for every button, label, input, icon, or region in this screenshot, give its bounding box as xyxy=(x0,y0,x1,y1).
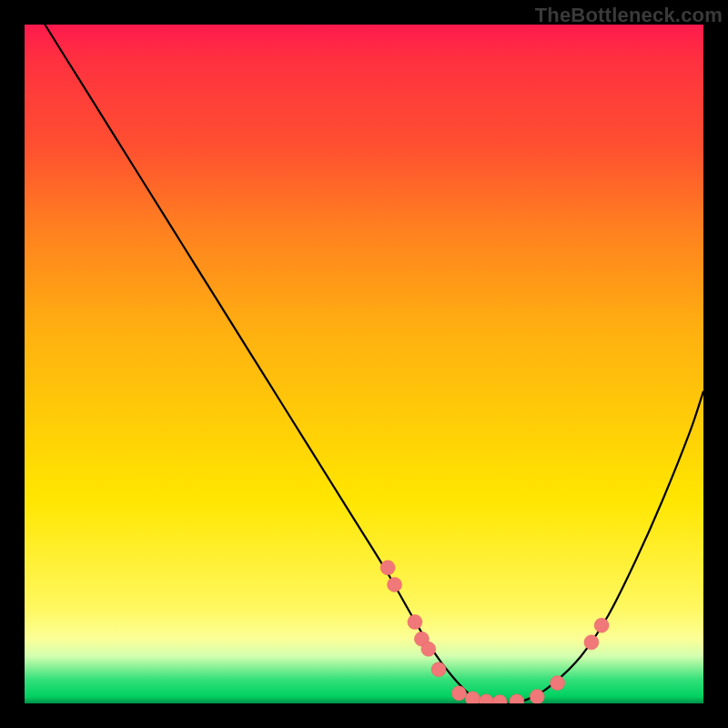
plot-area xyxy=(25,25,703,703)
chart-svg xyxy=(25,25,703,703)
data-points xyxy=(380,561,609,703)
chart-frame: TheBottleneck.com xyxy=(0,0,728,728)
data-point xyxy=(465,692,480,703)
data-point xyxy=(431,662,446,677)
watermark-text: TheBottleneck.com xyxy=(535,4,723,27)
data-point xyxy=(530,690,544,703)
bottleneck-curve xyxy=(25,25,703,703)
data-point xyxy=(451,686,466,701)
data-point xyxy=(492,695,507,703)
data-point xyxy=(479,694,493,703)
data-point xyxy=(388,577,402,592)
data-point xyxy=(584,635,599,650)
data-point xyxy=(380,561,395,575)
data-point xyxy=(421,642,436,656)
data-point xyxy=(594,618,609,632)
data-point xyxy=(408,614,422,629)
data-point xyxy=(510,694,524,703)
data-point xyxy=(551,676,565,691)
